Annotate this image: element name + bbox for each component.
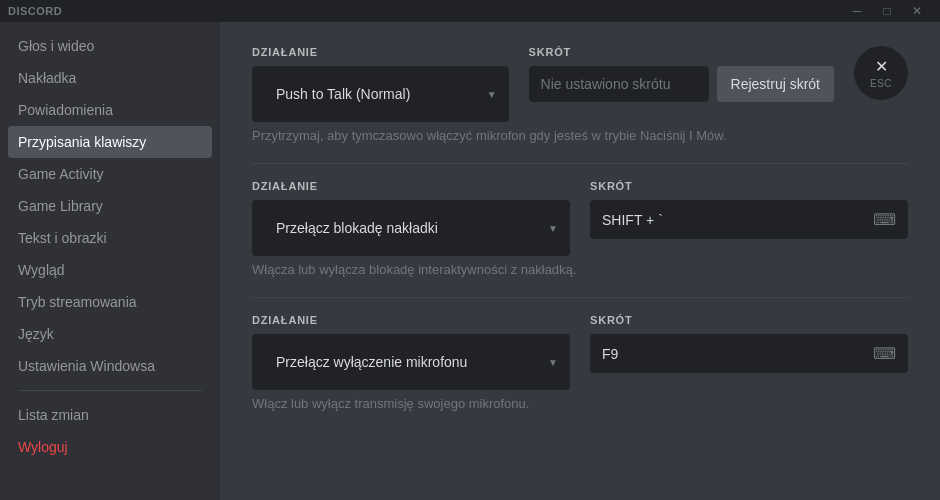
register-shortcut-button-1[interactable]: Rejestruj skrót: [717, 66, 834, 102]
shortcut-col-1: SKRÓT Nie ustawiono skrótu Rejestruj skr…: [529, 46, 834, 102]
action-col-3: DZIAŁANIE Przełącz wyłączenie mikrofonu: [252, 314, 570, 390]
description-3: Włącz lub wyłącz transmisję swojego mikr…: [252, 396, 908, 411]
close-button[interactable]: ✕: [902, 0, 932, 22]
action-col-label-1: DZIAŁANIE: [252, 46, 509, 58]
shortcut-col-label-1: SKRÓT: [529, 46, 834, 58]
sidebar-item-tekst-i-obrazki[interactable]: Tekst i obrazki: [8, 222, 212, 254]
action-select-wrapper-1: Push to Talk (Normal): [252, 66, 509, 122]
action-dropdown-2[interactable]: Przełącz blokadę nakładki: [264, 210, 558, 246]
action-col-label-3: DZIAŁANIE: [252, 314, 570, 326]
sidebar-item-game-activity[interactable]: Game Activity: [8, 158, 212, 190]
sidebar-item-nakladka[interactable]: Nakładka: [8, 62, 212, 94]
shortcut-col-3: SKRÓT F9 ⌨: [590, 314, 908, 373]
shortcut-col-label-2: SKRÓT: [590, 180, 908, 192]
action-select-3[interactable]: Przełącz wyłączenie mikrofonu: [252, 334, 570, 390]
shortcut-box-2[interactable]: SHIFT + ` ⌨: [590, 200, 908, 239]
keybind-section-push-to-talk: DZIAŁANIE Push to Talk (Normal) SKRÓT Ni: [252, 46, 908, 143]
shortcut-box-1[interactable]: Nie ustawiono skrótu: [529, 66, 709, 102]
main-layout: Głos i wideo Nakładka Powiadomienia Przy…: [0, 22, 940, 500]
keybind-section-blokada-nakladki: DZIAŁANIE Przełącz blokadę nakładki SKRÓ…: [252, 180, 908, 277]
minimize-button[interactable]: ─: [842, 0, 872, 22]
sidebar-item-wyglad[interactable]: Wygląd: [8, 254, 212, 286]
maximize-button[interactable]: □: [872, 0, 902, 22]
shortcut-unset-text-1: Nie ustawiono skrótu: [541, 76, 671, 92]
action-select-wrapper-3: Przełącz wyłączenie mikrofonu: [252, 334, 570, 390]
sidebar-item-jezyk[interactable]: Język: [8, 318, 212, 350]
sidebar-item-glos-i-wideo[interactable]: Głos i wideo: [8, 30, 212, 62]
app-title: DISCORD: [8, 5, 62, 17]
keyboard-icon-2[interactable]: ⌨: [873, 210, 896, 229]
titlebar: DISCORD ─ □ ✕: [0, 0, 940, 22]
sidebar-divider: [18, 390, 202, 391]
sidebar-item-ustawienia-windowsa[interactable]: Ustawienia Windowsa: [8, 350, 212, 382]
keybind-row-1: DZIAŁANIE Push to Talk (Normal) SKRÓT Ni: [252, 46, 908, 122]
x-icon: ✕: [875, 57, 888, 76]
sidebar-item-game-library[interactable]: Game Library: [8, 190, 212, 222]
keybind-section-wylaczenie-mikrofonu: DZIAŁANIE Przełącz wyłączenie mikrofonu …: [252, 314, 908, 411]
sidebar-item-wyloguj[interactable]: Wyloguj: [8, 431, 212, 463]
action-dropdown-3[interactable]: Przełącz wyłączenie mikrofonu: [264, 344, 558, 380]
shortcut-col-2: SKRÓT SHIFT + ` ⌨: [590, 180, 908, 239]
content-area: DZIAŁANIE Push to Talk (Normal) SKRÓT Ni: [220, 22, 940, 500]
action-dropdown-1[interactable]: Push to Talk (Normal): [264, 76, 497, 112]
keybind-row-3: DZIAŁANIE Przełącz wyłączenie mikrofonu …: [252, 314, 908, 390]
action-col-1: DZIAŁANIE Push to Talk (Normal): [252, 46, 509, 122]
action-select-wrapper-2: Przełącz blokadę nakładki: [252, 200, 570, 256]
esc-label: ESC: [870, 78, 892, 89]
first-row-right: Nie ustawiono skrótu Rejestruj skrót: [529, 66, 834, 102]
sidebar-item-powiadomienia[interactable]: Powiadomienia: [8, 94, 212, 126]
shortcut-col-label-3: SKRÓT: [590, 314, 908, 326]
sidebar-item-lista-zmian[interactable]: Lista zmian: [8, 399, 212, 431]
keyboard-icon-3[interactable]: ⌨: [873, 344, 896, 363]
shortcut-box-3[interactable]: F9 ⌨: [590, 334, 908, 373]
esc-button[interactable]: ✕ ESC: [854, 46, 908, 100]
action-col-2: DZIAŁANIE Przełącz blokadę nakładki: [252, 180, 570, 256]
section-divider-1: [252, 163, 908, 164]
sidebar-item-przypisania-klawiszy[interactable]: Przypisania klawiszy: [8, 126, 212, 158]
action-col-label-2: DZIAŁANIE: [252, 180, 570, 192]
description-1: Przytrzymaj, aby tymczasowo włączyć mikr…: [252, 128, 908, 143]
section-divider-2: [252, 297, 908, 298]
window-controls: ─ □ ✕: [842, 0, 932, 22]
shortcut-value-3: F9: [602, 346, 618, 362]
description-2: Włącza lub wyłącza blokadę interaktywnoś…: [252, 262, 908, 277]
shortcut-value-2: SHIFT + `: [602, 212, 663, 228]
action-select-2[interactable]: Przełącz blokadę nakładki: [252, 200, 570, 256]
sidebar: Głos i wideo Nakładka Powiadomienia Przy…: [0, 22, 220, 500]
action-select-1[interactable]: Push to Talk (Normal): [252, 66, 509, 122]
sidebar-item-tryb-streamowania[interactable]: Tryb streamowania: [8, 286, 212, 318]
keybind-row-2: DZIAŁANIE Przełącz blokadę nakładki SKRÓ…: [252, 180, 908, 256]
